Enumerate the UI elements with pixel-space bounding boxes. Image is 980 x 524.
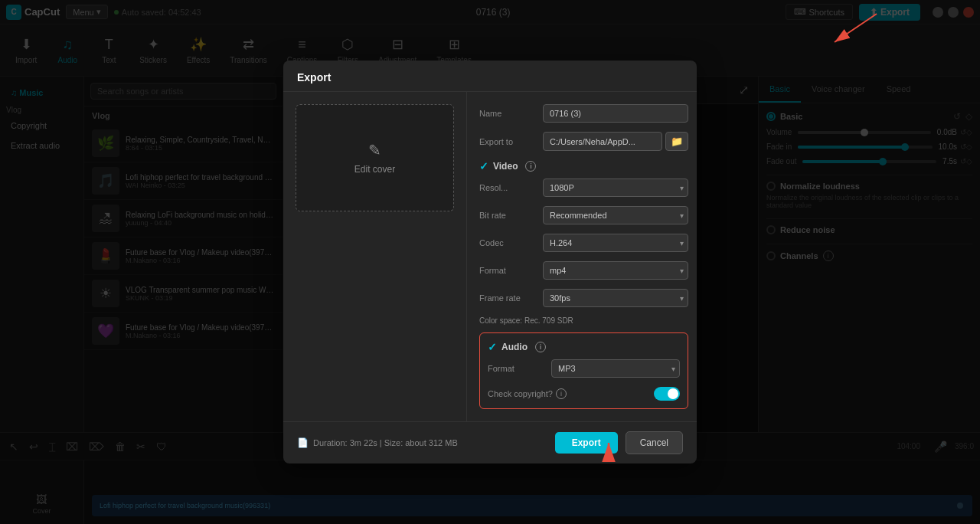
codec-row: Codec H.264H.265 ▾ — [479, 234, 688, 252]
bitrate-select[interactable]: LowMediumRecommendedHigh — [543, 206, 688, 224]
frame-rate-select-wrapper: 24fps25fps30fps60fps ▾ — [543, 289, 688, 307]
format-row: Format mp4movavi ▾ — [479, 261, 688, 280]
edit-cover-label: Edit cover — [354, 164, 395, 175]
copyright-label: Check copyright? i — [488, 388, 567, 399]
video-section: ✓ Video i Resol... 360P480P720P1080P2K4K… — [479, 160, 688, 325]
frame-rate-label: Frame rate — [479, 293, 537, 303]
frame-rate-row: Frame rate 24fps25fps30fps60fps ▾ — [479, 289, 688, 307]
edit-cover-icon: ✎ — [368, 141, 381, 159]
bitrate-row: Bit rate LowMediumRecommendedHigh ▾ — [479, 206, 688, 224]
video-checkbox-row: ✓ Video i — [479, 160, 688, 172]
audio-info-icon[interactable]: i — [535, 342, 546, 352]
name-label: Name — [479, 109, 537, 118]
duration-text: Duration: 3m 22s | Size: about 312 MB — [313, 438, 458, 447]
video-check-icon: ✓ — [479, 160, 488, 172]
audio-checkbox-row: ✓ Audio i — [488, 341, 680, 353]
resolution-label: Resol... — [479, 183, 537, 192]
audio-format-row: Format MP3AACWAV ▾ — [488, 359, 680, 378]
footer-info: 📄 Duration: 3m 22s | Size: about 312 MB — [297, 437, 547, 448]
codec-select[interactable]: H.264H.265 — [543, 234, 688, 252]
copyright-toggle[interactable] — [654, 387, 680, 401]
audio-format-select-wrapper: MP3AACWAV ▾ — [551, 359, 680, 378]
resolution-row: Resol... 360P480P720P1080P2K4K ▾ — [479, 178, 688, 197]
audio-label: Audio — [501, 342, 528, 352]
audio-format-select[interactable]: MP3AACWAV — [551, 359, 680, 378]
modal-body: ✎ Edit cover Name Export to 📁 — [283, 92, 697, 421]
audio-format-label: Format — [488, 364, 545, 373]
folder-button[interactable]: 📁 — [665, 132, 688, 151]
export-path-input[interactable] — [543, 132, 662, 151]
export-modal: Export ✎ Edit cover Name Export to — [283, 61, 697, 463]
export-to-field: 📁 — [543, 132, 688, 151]
codec-label: Codec — [479, 238, 537, 247]
export-to-row: Export to 📁 — [479, 132, 688, 151]
modal-title: Export — [297, 71, 683, 84]
bitrate-select-wrapper: LowMediumRecommendedHigh ▾ — [543, 206, 688, 224]
edit-cover-area[interactable]: ✎ Edit cover — [296, 104, 454, 211]
video-label: Video — [493, 161, 518, 172]
audio-check-icon: ✓ — [488, 341, 497, 353]
name-row: Name — [479, 104, 688, 123]
video-info-icon[interactable]: i — [525, 161, 536, 172]
color-space: Color space: Rec. 709 SDR — [479, 316, 688, 325]
resolution-select-wrapper: 360P480P720P1080P2K4K ▾ — [543, 178, 688, 197]
duration-icon: 📄 — [297, 437, 309, 448]
audio-section: ✓ Audio i Format MP3AACWAV ▾ — [479, 332, 688, 409]
copyright-info-icon[interactable]: i — [556, 388, 567, 399]
frame-rate-select[interactable]: 24fps25fps30fps60fps — [543, 289, 688, 307]
format-select[interactable]: mp4movavi — [543, 261, 688, 280]
codec-select-wrapper: H.264H.265 ▾ — [543, 234, 688, 252]
check-copyright-text: Check copyright? — [488, 389, 553, 398]
modal-header: Export — [283, 61, 697, 92]
format-label: Format — [479, 266, 537, 275]
bitrate-label: Bit rate — [479, 211, 537, 220]
modal-footer: 📄 Duration: 3m 22s | Size: about 312 MB … — [283, 421, 697, 463]
export-to-label: Export to — [479, 137, 537, 146]
modal-left: ✎ Edit cover — [283, 92, 467, 421]
resolution-select[interactable]: 360P480P720P1080P2K4K — [543, 178, 688, 197]
export-button[interactable]: Export — [555, 432, 618, 454]
copyright-row: Check copyright? i — [488, 387, 680, 401]
cancel-button[interactable]: Cancel — [626, 431, 683, 454]
format-select-wrapper: mp4movavi ▾ — [543, 261, 688, 280]
toggle-knob — [668, 388, 678, 399]
modal-right: Name Export to 📁 ✓ Video i — [467, 92, 697, 421]
name-input[interactable] — [543, 104, 688, 123]
modal-overlay: Export ✎ Edit cover Name Export to — [0, 0, 980, 524]
